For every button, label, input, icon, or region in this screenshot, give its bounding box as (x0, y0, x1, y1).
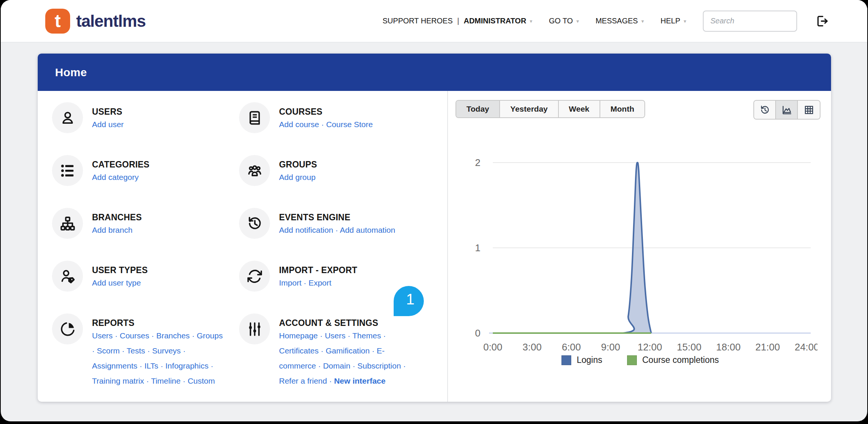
history-view-button[interactable] (754, 101, 776, 119)
x-tick-label: 24:00 (794, 341, 817, 353)
link-add-group[interactable]: Add group (279, 173, 316, 181)
link-export[interactable]: Export (308, 278, 331, 287)
link-homepage[interactable]: Homepage (279, 331, 318, 340)
link-new-interface[interactable]: New interface (334, 376, 386, 385)
categories-title: CATEGORIES (92, 160, 149, 170)
courses-title: COURSES (279, 107, 373, 117)
table-view-button[interactable] (798, 101, 820, 119)
link-domain[interactable]: Domain (323, 361, 350, 370)
item-links: Add notification · Add automation (279, 223, 395, 238)
item-links: Add course · Course Store (279, 117, 373, 132)
link-add-branch[interactable]: Add branch (92, 226, 132, 234)
y-tick-label: 0 (475, 327, 480, 339)
dashboard-item-reports: REPORTS Users · Courses · Branches · Gro… (52, 313, 239, 402)
messages-menu[interactable]: MESSAGES ▾ (595, 17, 644, 25)
link-separator: · (381, 331, 386, 340)
link-separator: · (302, 278, 309, 287)
link-tests[interactable]: Tests (127, 346, 145, 355)
link-separator: · (149, 331, 156, 340)
link-branches[interactable]: Branches (156, 331, 190, 340)
link-assignments[interactable]: Assignments (92, 361, 137, 370)
link-separator: · (350, 361, 357, 370)
link-timeline[interactable]: Timeline (151, 376, 181, 385)
link-surveys[interactable]: Surveys (152, 346, 181, 355)
area-chart-view-button[interactable] (776, 101, 798, 119)
legend-swatch (627, 355, 637, 365)
dashboard-item-courses: COURSES Add course · Course Store (239, 102, 437, 155)
team-name: SUPPORT HEROES (383, 17, 453, 25)
link-gamification[interactable]: Gamification (326, 346, 370, 355)
link-separator: · (181, 346, 186, 355)
link-groups[interactable]: Groups (197, 331, 223, 340)
link-users[interactable]: Users (325, 331, 345, 340)
link-add-course[interactable]: Add course (279, 120, 319, 129)
link-certificates[interactable]: Certificates (279, 346, 319, 355)
legend-swatch (561, 355, 571, 365)
x-tick-label: 18:00 (716, 341, 741, 353)
tab-month[interactable]: Month (600, 101, 644, 117)
link-add-category[interactable]: Add category (92, 173, 139, 181)
link-add-notification[interactable]: Add notification (279, 226, 333, 234)
search-input[interactable] (703, 11, 797, 32)
y-tick-label: 1 (475, 242, 480, 253)
link-import[interactable]: Import (279, 278, 302, 287)
pie-chart-icon (52, 313, 83, 344)
link-add-user[interactable]: Add user (92, 120, 124, 129)
legend-logins: Logins (561, 355, 602, 365)
link-subscription[interactable]: Subscription (357, 361, 401, 370)
link-refer-a-friend[interactable]: Refer a friend (279, 376, 327, 385)
tab-today[interactable]: Today (456, 101, 500, 117)
link-custom[interactable]: Custom (188, 376, 215, 385)
x-tick-label: 21:00 (755, 341, 780, 353)
area-chart-icon (781, 104, 792, 115)
chevron-down-icon: ▾ (684, 18, 686, 24)
chevron-down-icon: ▾ (576, 18, 579, 24)
talentlms-logo[interactable]: t talentlms (45, 9, 146, 34)
link-add-user-type[interactable]: Add user type (92, 278, 141, 287)
link-training-matrix[interactable]: Training matrix (92, 376, 144, 385)
link-separator: · (327, 376, 334, 385)
link-separator: · (181, 376, 188, 385)
account-menu[interactable]: SUPPORT HEROES | ADMINISTRATOR ▾ (383, 17, 532, 25)
groups-title: GROUPS (279, 160, 317, 170)
link-separator: · (333, 226, 340, 234)
help-menu[interactable]: HELP ▾ (661, 17, 686, 25)
import-export-title: IMPORT - EXPORT (279, 265, 357, 275)
link-separator: · (318, 331, 325, 340)
item-links: Homepage · Users · Themes · Certificates… (279, 328, 410, 389)
link-separator: · (345, 331, 352, 340)
home-card: Home USERS Add user COURSES Add course ·… (38, 54, 831, 402)
link-add-automation[interactable]: Add automation (340, 226, 395, 234)
tab-week[interactable]: Week (559, 101, 600, 117)
user-icon (52, 102, 83, 133)
item-text: REPORTS Users · Courses · Branches · Gro… (92, 313, 223, 389)
link-separator: · (209, 361, 213, 370)
item-text: CATEGORIES Add category (92, 155, 149, 185)
x-tick-label: 12:00 (638, 341, 662, 353)
chevron-down-icon: ▾ (641, 18, 644, 24)
link-users[interactable]: Users (92, 331, 113, 340)
link-separator: · (113, 331, 120, 340)
link-ilts[interactable]: ILTs (144, 361, 158, 370)
link-course-store[interactable]: Course Store (326, 120, 373, 129)
tab-yesterday[interactable]: Yesterday (500, 101, 558, 117)
y-tick-label: 2 (475, 157, 480, 168)
x-tick-label: 6:00 (562, 341, 581, 353)
link-courses[interactable]: Courses (120, 331, 149, 340)
dashboard-item-branches: BRANCHES Add branch (52, 208, 239, 261)
chart-panel: TodayYesterdayWeekMonth (447, 91, 831, 402)
link-scorm[interactable]: Scorm (97, 346, 120, 355)
book-icon (239, 102, 270, 133)
x-tick-label: 3:00 (523, 341, 542, 353)
sitemap-icon (52, 208, 83, 239)
link-themes[interactable]: Themes (353, 331, 381, 340)
link-separator: · (158, 361, 166, 370)
goto-menu[interactable]: GO TO ▾ (549, 17, 579, 25)
topbar: t talentlms SUPPORT HEROES | ADMINISTRAT… (1, 0, 867, 43)
link-separator: · (137, 361, 144, 370)
link-separator: · (120, 346, 127, 355)
events-engine-title: EVENTS ENGINE (279, 212, 395, 223)
link-infographics[interactable]: Infographics (166, 361, 209, 370)
x-tick-label: 9:00 (601, 341, 620, 353)
logout-button[interactable] (814, 12, 831, 30)
